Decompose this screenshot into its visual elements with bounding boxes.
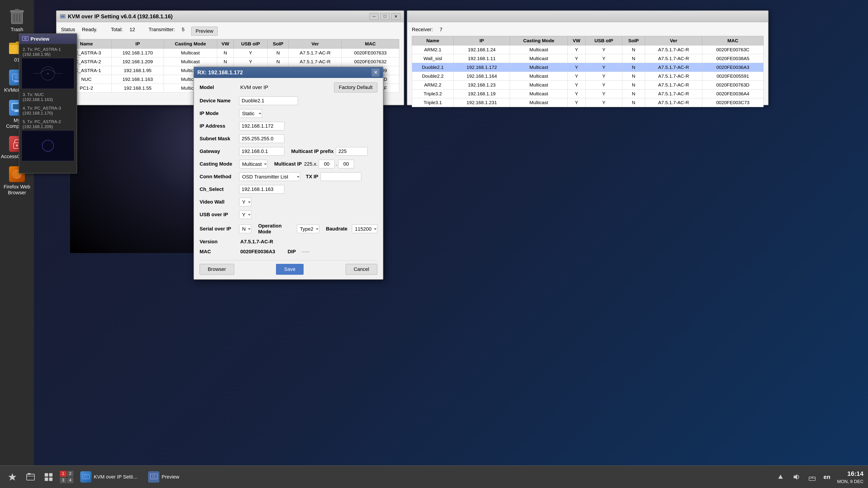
main-window-title: KVM over IP Setting v6.0.4 (192.168.1.16… <box>68 13 367 20</box>
rx-subnet-row: Subnet Mask <box>199 134 377 143</box>
rx-cell-casting: Multicast <box>510 72 567 80</box>
rx-ch-select-input[interactable] <box>239 185 284 194</box>
rx-usb-row: USB over IP Y N <box>199 210 377 219</box>
screen-3: 3 <box>60 477 66 483</box>
rx-ip-address-input[interactable] <box>239 122 284 130</box>
tx-cell-ip: 192.168.1.209 <box>112 57 164 66</box>
tx-col-soip: SoIP <box>268 39 289 48</box>
rx-cancel-button[interactable]: Cancel <box>346 264 377 275</box>
rx-operation-mode-select[interactable]: Type2 Type1 <box>297 225 319 233</box>
taskbar-app-grid-btn[interactable] <box>41 468 57 486</box>
rx-model-value: KVM over IP <box>239 85 269 90</box>
rx-cell-name: Double2.2 <box>412 72 454 80</box>
rx-browser-button[interactable]: Browser <box>199 264 234 275</box>
factory-default-button[interactable]: Factory Default <box>334 83 377 92</box>
tx-col-ver: Ver <box>289 39 342 48</box>
rx-casting-select[interactable]: Multicast Unicast <box>239 160 268 168</box>
rx-cell-ip: 192.168.1.172 <box>454 63 510 72</box>
rx-cell-soip: N <box>622 98 645 107</box>
window-close-btn[interactable]: ✕ <box>391 13 400 20</box>
svg-marker-62 <box>794 474 797 480</box>
preview-button[interactable]: Preview <box>191 27 217 36</box>
window-maximize-btn[interactable]: □ <box>380 13 390 20</box>
tx-table-row[interactable]: PC_ASTRA-2 192.168.1.209 Multicast N Y N… <box>61 57 399 66</box>
svg-rect-54 <box>49 473 53 477</box>
tx-table-row[interactable]: PC_ASTRA-3 192.168.1.170 Multicast N Y N… <box>61 48 399 57</box>
rx-conn-method-select[interactable]: OSD Transmitter List Direct <box>239 172 300 181</box>
rx-table-row[interactable]: Double2.2 192.168.1.164 Multicast Y Y N … <box>412 72 764 80</box>
screen-2: 2 <box>67 471 74 477</box>
rx-conn-method-row: Conn Method OSD Transmitter List Direct … <box>199 172 377 181</box>
rx-table-row[interactable]: Duoble2.1 192.168.1.172 Multicast Y Y N … <box>412 63 764 72</box>
rx-gateway-input[interactable] <box>239 147 284 156</box>
rx-col-ip: IP <box>454 36 510 45</box>
rx-cell-ip: 192.168.1.24 <box>454 45 510 54</box>
file-manager-icon <box>26 472 35 482</box>
svg-rect-20 <box>15 9 19 11</box>
rx-tx-ip-label: TX IP <box>306 174 318 180</box>
taskbar-preview-label: Preview <box>162 474 179 480</box>
rx-table-row[interactable]: Triple3.2 192.168.1.19 Multicast Y Y N A… <box>412 90 764 98</box>
clock-date: MON, 9 DEC <box>837 478 864 485</box>
rx-table-row[interactable]: ARM2.1 192.168.1.24 Multicast Y Y N A7.5… <box>412 45 764 54</box>
rx-cell-name: Wall_sisl <box>412 54 454 63</box>
tx-cell-soip: N <box>268 48 289 57</box>
receiver-window-titlebar <box>407 11 768 22</box>
rx-save-button[interactable]: Save <box>276 264 304 275</box>
taskbar-screen-indicator[interactable]: 1 2 3 4 <box>59 468 74 486</box>
rx-cell-name: Triple3.1 <box>412 98 454 107</box>
rx-cell-soip: N <box>622 54 645 63</box>
receiver-count: 7 <box>440 27 442 33</box>
rx-dialog-close-btn[interactable]: ✕ <box>372 69 379 76</box>
rx-tx-ip-input[interactable] <box>320 172 361 181</box>
rx-device-name-input[interactable] <box>239 96 298 105</box>
rx-cell-mac: 0020FE0036A4 <box>702 90 763 98</box>
rx-gateway-label: Gateway <box>199 149 237 154</box>
svg-rect-53 <box>45 473 48 477</box>
rx-cell-usb: Y <box>585 54 622 63</box>
rx-cell-usb: Y <box>585 90 622 98</box>
tx-cell-ip: 192.168.1.163 <box>112 75 164 84</box>
rx-cell-vw: Y <box>567 80 585 90</box>
rx-col-vw: VW <box>567 36 585 45</box>
preview-titlebar: Preview <box>19 34 76 44</box>
rx-cell-usb: Y <box>585 80 622 90</box>
svg-point-8 <box>115 129 116 129</box>
taskbar-kvm-btn[interactable]: KVM over IP Setting v6... <box>77 468 143 486</box>
rx-usb-label: USB over IP <box>199 212 237 218</box>
taskbar-kvm-icon <box>80 471 92 483</box>
rx-multicast-prefix-input[interactable] <box>336 147 368 156</box>
rx-cell-vw: Y <box>567 63 585 72</box>
rx-col-usb: USB oIP <box>585 36 622 45</box>
rx-multicast-ip-prefix: 225.x. <box>304 161 318 167</box>
rx-cell-soip: N <box>622 80 645 90</box>
sidebar-label-firefox: Firefox Web Browser <box>3 184 31 196</box>
rx-multicast-ip-dot: . <box>336 161 337 167</box>
taskbar-locale: en <box>824 474 830 481</box>
rx-ip-mode-select[interactable]: Static DHCP <box>239 109 262 118</box>
taskbar-preview-btn[interactable]: Preview <box>145 468 183 486</box>
rx-multicast-ip-3[interactable] <box>338 160 354 168</box>
sidebar-item-trash[interactable]: Trash <box>3 9 31 33</box>
rx-multicast-ip-2[interactable] <box>319 160 335 168</box>
rx-table-row[interactable]: ARM2.2 192.168.1.23 Multicast Y Y N A7.5… <box>412 80 764 90</box>
status-value: Ready. <box>82 27 97 36</box>
rx-operation-mode-label: Operation Mode <box>258 223 292 235</box>
svg-rect-56 <box>49 477 53 481</box>
svg-point-2 <box>138 113 138 113</box>
tx-cell-usb: Y <box>234 57 268 66</box>
rx-cell-ver: A7.5.1.7-AC-R <box>645 54 702 63</box>
rx-baudrate-select[interactable]: 115200 9600 <box>352 225 377 233</box>
rx-table-row[interactable]: Wall_sisl 192.168.1.11 Multicast Y Y N A… <box>412 54 764 63</box>
rx-serial-select[interactable]: N Y <box>239 225 251 233</box>
taskbar-file-manager-btn[interactable] <box>23 468 38 486</box>
rx-subnet-input[interactable] <box>239 134 284 143</box>
tray-volume-icon[interactable] <box>792 473 801 482</box>
tx-cell-ip: 192.168.1.55 <box>112 84 164 93</box>
rx-usb-select[interactable]: Y N <box>239 210 251 219</box>
taskbar-star-btn[interactable] <box>4 468 20 486</box>
rx-video-wall-select[interactable]: Y N <box>239 198 251 206</box>
window-minimize-btn[interactable]: ─ <box>370 13 379 20</box>
rx-table-row[interactable]: Triple3.1 192.168.1.231 Multicast Y Y N … <box>412 98 764 107</box>
rx-cell-ip: 192.168.1.11 <box>454 54 510 63</box>
